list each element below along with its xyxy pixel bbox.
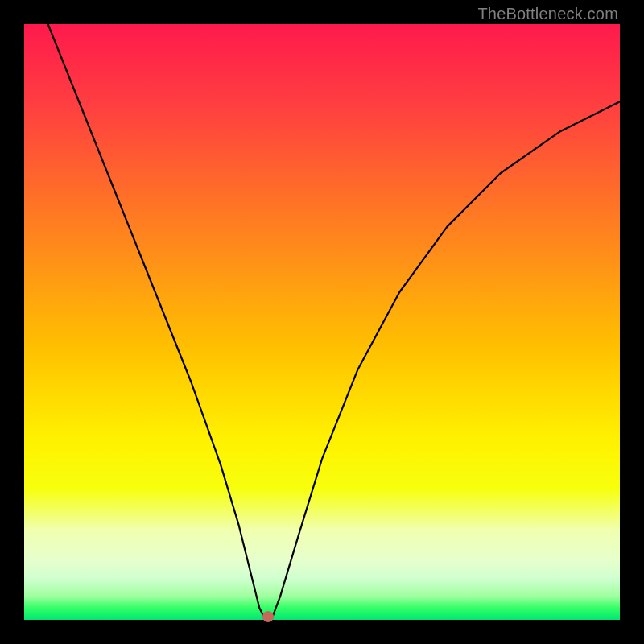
plot-area — [24, 24, 620, 620]
optimal-point-marker — [262, 611, 274, 622]
bottleneck-curve — [48, 24, 620, 620]
curve-svg — [24, 24, 620, 620]
watermark-text: TheBottleneck.com — [477, 5, 618, 23]
